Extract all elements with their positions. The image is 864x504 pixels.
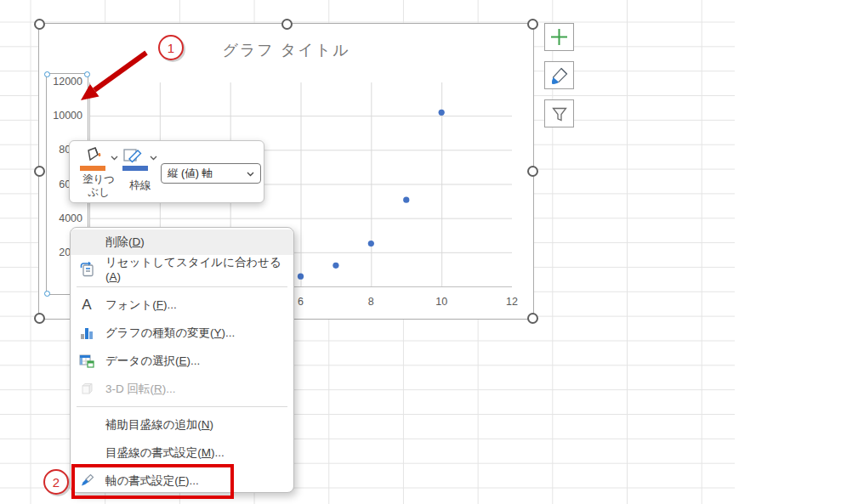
resize-handle-middle-right[interactable] xyxy=(527,166,538,177)
menu-item-label: 削除(D) xyxy=(105,235,145,250)
resize-handle-top-left[interactable] xyxy=(34,19,45,30)
menu-item-label: データの選択(E)... xyxy=(105,354,200,369)
fill-color-button[interactable]: 塗りつ ぶし xyxy=(77,145,121,200)
font-icon: A xyxy=(77,297,96,313)
menu-item-label: 目盛線の書式設定(M)... xyxy=(105,445,225,461)
menu-item-label: グラフの種類の変更(Y)... xyxy=(105,326,235,341)
menu-item-label: 補助目盛線の追加(N) xyxy=(105,417,213,433)
reset-style-icon xyxy=(77,262,96,277)
annotation-step-2: 2 xyxy=(43,469,69,495)
selector-value: 縦 (値) 軸 xyxy=(168,167,213,179)
chart-filters-button[interactable] xyxy=(544,99,574,127)
data-point[interactable] xyxy=(403,197,409,203)
data-point[interactable] xyxy=(368,241,374,246)
select-data-icon xyxy=(77,354,96,369)
data-point[interactable] xyxy=(439,110,445,116)
menu-item-6: 3-D 回転(R)... xyxy=(71,375,293,403)
mini-format-toolbar: 塗りつ ぶし 枠線 縦 (値) 軸 xyxy=(69,140,264,203)
chevron-down-icon xyxy=(247,172,254,177)
chart-styles-button[interactable] xyxy=(544,61,574,89)
rotation-3d-icon xyxy=(77,382,96,397)
menu-item-5[interactable]: データの選択(E)... xyxy=(71,347,293,375)
axis-handle-icon xyxy=(44,291,50,297)
menu-item-no-icon xyxy=(77,235,96,250)
outline-color-swatch xyxy=(122,166,148,171)
data-point[interactable] xyxy=(333,263,338,269)
menu-item-8[interactable]: 補助目盛線の追加(N) xyxy=(71,411,293,439)
fill-color-swatch xyxy=(80,166,105,171)
x-axis-tick-label: 8 xyxy=(354,296,388,309)
menu-item-label: リセットしてスタイルに合わせる(A) xyxy=(105,255,285,283)
paint-bucket-icon xyxy=(82,146,104,164)
menu-item-3[interactable]: Aフォント(F)... xyxy=(71,291,293,319)
menu-item-label: フォント(F)... xyxy=(105,297,177,313)
context-menu: 削除(D)リセットしてスタイルに合わせる(A)Aフォント(F)...グラフの種類… xyxy=(70,227,294,493)
menu-item-9[interactable]: 目盛線の書式設定(M)... xyxy=(71,439,293,467)
menu-separator xyxy=(77,286,287,287)
chart-element-selector[interactable]: 縦 (値) 軸 xyxy=(161,163,261,184)
annotation-red-box xyxy=(71,464,234,499)
plus-icon xyxy=(550,28,568,46)
menu-item-no-icon xyxy=(77,445,96,461)
outline-pen-icon xyxy=(123,147,145,164)
resize-handle-bottom-left[interactable] xyxy=(34,313,45,324)
outline-button-label: 枠線 xyxy=(121,179,160,192)
outline-color-button[interactable]: 枠線 xyxy=(121,145,160,200)
resize-handle-bottom-right[interactable] xyxy=(527,313,538,324)
resize-handle-top-middle[interactable] xyxy=(281,19,293,30)
annotation-step-1: 1 xyxy=(158,35,184,60)
menu-item-1[interactable]: リセットしてスタイルに合わせる(A) xyxy=(71,255,293,283)
chart-type-icon xyxy=(77,326,96,341)
menu-item-0[interactable]: 削除(D) xyxy=(71,229,293,255)
chevron-down-icon[interactable] xyxy=(150,156,157,161)
fill-button-label: 塗りつ ぶし xyxy=(77,173,121,199)
chart-elements-button[interactable] xyxy=(544,23,574,51)
menu-item-label: 3-D 回転(R)... xyxy=(105,382,176,397)
menu-item-no-icon xyxy=(77,417,96,433)
excel-canvas: グラフ タイトル 0200040006000800010000120000246… xyxy=(0,0,864,504)
axis-handle-icon xyxy=(44,71,50,77)
chevron-down-icon[interactable] xyxy=(111,156,118,161)
brush-icon xyxy=(550,66,569,85)
resize-handle-middle-left[interactable] xyxy=(34,166,45,177)
menu-separator xyxy=(77,406,287,407)
resize-handle-top-right[interactable] xyxy=(527,19,538,30)
x-axis-tick-label: 12 xyxy=(495,296,529,309)
annotation-arrow-icon xyxy=(72,42,157,106)
chart-side-buttons xyxy=(544,23,574,127)
menu-item-4[interactable]: グラフの種類の変更(Y)... xyxy=(71,319,293,347)
funnel-icon xyxy=(550,105,569,123)
data-point[interactable] xyxy=(298,274,304,280)
x-axis-tick-label: 10 xyxy=(424,296,458,309)
